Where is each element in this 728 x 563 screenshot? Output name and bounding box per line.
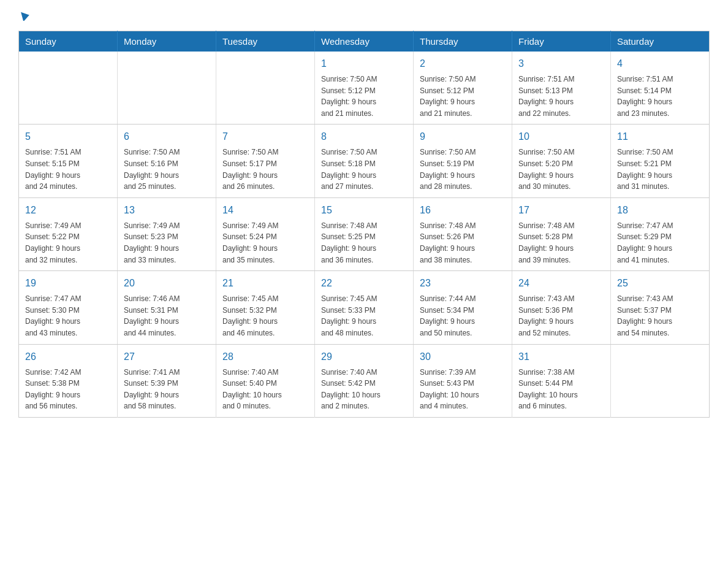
calendar-cell: 13Sunrise: 7:49 AMSunset: 5:23 PMDayligh… [118, 197, 216, 270]
calendar-cell [216, 52, 315, 124]
day-number: 26 [25, 350, 111, 364]
calendar-cell: 15Sunrise: 7:48 AMSunset: 5:25 PMDayligh… [315, 197, 414, 270]
calendar-cell: 4Sunrise: 7:51 AMSunset: 5:14 PMDaylight… [611, 52, 710, 124]
col-header-sunday: Sunday [19, 31, 118, 52]
day-number: 31 [518, 350, 604, 364]
calendar-cell: 18Sunrise: 7:47 AMSunset: 5:29 PMDayligh… [611, 197, 710, 270]
day-info: Sunrise: 7:50 AMSunset: 5:18 PMDaylight:… [321, 147, 407, 192]
calendar-cell: 12Sunrise: 7:49 AMSunset: 5:22 PMDayligh… [19, 197, 118, 270]
day-info: Sunrise: 7:43 AMSunset: 5:36 PMDaylight:… [518, 293, 604, 339]
day-info: Sunrise: 7:50 AMSunset: 5:12 PMDaylight:… [321, 74, 407, 119]
day-number: 28 [222, 350, 308, 364]
calendar-cell: 16Sunrise: 7:48 AMSunset: 5:26 PMDayligh… [414, 197, 512, 270]
day-number: 12 [25, 203, 111, 218]
day-info: Sunrise: 7:50 AMSunset: 5:19 PMDaylight:… [420, 147, 506, 192]
day-info: Sunrise: 7:45 AMSunset: 5:33 PMDaylight:… [321, 293, 407, 339]
calendar-cell: 30Sunrise: 7:39 AMSunset: 5:43 PMDayligh… [414, 344, 512, 417]
day-info: Sunrise: 7:48 AMSunset: 5:28 PMDaylight:… [518, 220, 604, 266]
day-number: 17 [518, 203, 604, 218]
day-info: Sunrise: 7:51 AMSunset: 5:13 PMDaylight:… [518, 74, 604, 119]
day-info: Sunrise: 7:50 AMSunset: 5:16 PMDaylight:… [124, 147, 210, 192]
col-header-monday: Monday [118, 31, 216, 52]
calendar-cell: 21Sunrise: 7:45 AMSunset: 5:32 PMDayligh… [216, 271, 315, 344]
calendar-cell: 28Sunrise: 7:40 AMSunset: 5:40 PMDayligh… [216, 344, 315, 417]
day-info: Sunrise: 7:50 AMSunset: 5:20 PMDaylight:… [518, 147, 604, 192]
logo-triangle-icon [20, 10, 31, 21]
day-number: 18 [617, 203, 703, 218]
day-number: 29 [321, 350, 407, 364]
calendar-cell: 24Sunrise: 7:43 AMSunset: 5:36 PMDayligh… [512, 271, 611, 344]
calendar-cell: 2Sunrise: 7:50 AMSunset: 5:12 PMDaylight… [414, 52, 512, 124]
day-info: Sunrise: 7:50 AMSunset: 5:12 PMDaylight:… [420, 74, 506, 119]
day-info: Sunrise: 7:49 AMSunset: 5:24 PMDaylight:… [222, 220, 308, 266]
calendar-header: SundayMondayTuesdayWednesdayThursdayFrid… [19, 31, 710, 52]
day-info: Sunrise: 7:39 AMSunset: 5:43 PMDaylight:… [420, 367, 506, 412]
day-number: 2 [420, 56, 506, 71]
calendar-header-row: SundayMondayTuesdayWednesdayThursdayFrid… [19, 31, 710, 52]
calendar-body: 1Sunrise: 7:50 AMSunset: 5:12 PMDaylight… [19, 52, 710, 417]
day-info: Sunrise: 7:49 AMSunset: 5:23 PMDaylight:… [124, 220, 210, 266]
calendar-cell: 9Sunrise: 7:50 AMSunset: 5:19 PMDaylight… [414, 124, 512, 197]
day-info: Sunrise: 7:40 AMSunset: 5:40 PMDaylight:… [222, 367, 308, 412]
calendar-week-row: 19Sunrise: 7:47 AMSunset: 5:30 PMDayligh… [19, 271, 710, 344]
calendar-cell: 22Sunrise: 7:45 AMSunset: 5:33 PMDayligh… [315, 271, 414, 344]
calendar-cell: 8Sunrise: 7:50 AMSunset: 5:18 PMDaylight… [315, 124, 414, 197]
day-info: Sunrise: 7:41 AMSunset: 5:39 PMDaylight:… [124, 367, 210, 412]
day-number: 16 [420, 203, 506, 218]
calendar-cell: 1Sunrise: 7:50 AMSunset: 5:12 PMDaylight… [315, 52, 414, 124]
col-header-wednesday: Wednesday [315, 31, 414, 52]
day-number: 9 [420, 129, 506, 144]
day-info: Sunrise: 7:44 AMSunset: 5:34 PMDaylight:… [420, 293, 506, 339]
day-info: Sunrise: 7:47 AMSunset: 5:30 PMDaylight:… [25, 293, 111, 339]
day-info: Sunrise: 7:40 AMSunset: 5:42 PMDaylight:… [321, 367, 407, 412]
day-info: Sunrise: 7:49 AMSunset: 5:22 PMDaylight:… [25, 220, 111, 266]
day-number: 4 [617, 56, 703, 71]
day-number: 3 [518, 56, 604, 71]
calendar-cell: 23Sunrise: 7:44 AMSunset: 5:34 PMDayligh… [414, 271, 512, 344]
calendar-cell: 17Sunrise: 7:48 AMSunset: 5:28 PMDayligh… [512, 197, 611, 270]
day-number: 19 [25, 276, 111, 291]
calendar-cell: 7Sunrise: 7:50 AMSunset: 5:17 PMDaylight… [216, 124, 315, 197]
calendar-cell: 26Sunrise: 7:42 AMSunset: 5:38 PMDayligh… [19, 344, 118, 417]
calendar-cell: 11Sunrise: 7:50 AMSunset: 5:21 PMDayligh… [611, 124, 710, 197]
day-number: 14 [222, 203, 308, 218]
day-number: 15 [321, 203, 407, 218]
day-number: 11 [617, 129, 703, 144]
calendar-week-row: 12Sunrise: 7:49 AMSunset: 5:22 PMDayligh… [19, 197, 710, 270]
col-header-friday: Friday [512, 31, 611, 52]
calendar-cell: 31Sunrise: 7:38 AMSunset: 5:44 PMDayligh… [512, 344, 611, 417]
calendar-cell [118, 52, 216, 124]
page-header [18, 12, 710, 21]
calendar-week-row: 1Sunrise: 7:50 AMSunset: 5:12 PMDaylight… [19, 52, 710, 124]
day-info: Sunrise: 7:45 AMSunset: 5:32 PMDaylight:… [222, 293, 308, 339]
day-number: 8 [321, 129, 407, 144]
col-header-thursday: Thursday [414, 31, 512, 52]
calendar-cell: 10Sunrise: 7:50 AMSunset: 5:20 PMDayligh… [512, 124, 611, 197]
calendar-week-row: 26Sunrise: 7:42 AMSunset: 5:38 PMDayligh… [19, 344, 710, 417]
calendar-cell: 20Sunrise: 7:46 AMSunset: 5:31 PMDayligh… [118, 271, 216, 344]
day-info: Sunrise: 7:42 AMSunset: 5:38 PMDaylight:… [25, 367, 111, 412]
day-number: 24 [518, 276, 604, 291]
calendar-cell: 19Sunrise: 7:47 AMSunset: 5:30 PMDayligh… [19, 271, 118, 344]
logo [18, 12, 31, 21]
day-number: 23 [420, 276, 506, 291]
day-info: Sunrise: 7:46 AMSunset: 5:31 PMDaylight:… [124, 293, 210, 339]
calendar-cell: 27Sunrise: 7:41 AMSunset: 5:39 PMDayligh… [118, 344, 216, 417]
day-info: Sunrise: 7:51 AMSunset: 5:14 PMDaylight:… [617, 74, 703, 119]
day-number: 5 [25, 129, 111, 144]
calendar-cell: 29Sunrise: 7:40 AMSunset: 5:42 PMDayligh… [315, 344, 414, 417]
day-info: Sunrise: 7:48 AMSunset: 5:26 PMDaylight:… [420, 220, 506, 266]
calendar-cell: 14Sunrise: 7:49 AMSunset: 5:24 PMDayligh… [216, 197, 315, 270]
calendar-cell: 25Sunrise: 7:43 AMSunset: 5:37 PMDayligh… [611, 271, 710, 344]
calendar-cell: 5Sunrise: 7:51 AMSunset: 5:15 PMDaylight… [19, 124, 118, 197]
calendar-cell [19, 52, 118, 124]
day-number: 27 [124, 350, 210, 364]
day-info: Sunrise: 7:38 AMSunset: 5:44 PMDaylight:… [518, 367, 604, 412]
day-number: 6 [124, 129, 210, 144]
calendar-table: SundayMondayTuesdayWednesdayThursdayFrid… [18, 31, 710, 418]
day-info: Sunrise: 7:48 AMSunset: 5:25 PMDaylight:… [321, 220, 407, 266]
calendar-week-row: 5Sunrise: 7:51 AMSunset: 5:15 PMDaylight… [19, 124, 710, 197]
col-header-tuesday: Tuesday [216, 31, 315, 52]
day-info: Sunrise: 7:47 AMSunset: 5:29 PMDaylight:… [617, 220, 703, 266]
day-number: 30 [420, 350, 506, 364]
